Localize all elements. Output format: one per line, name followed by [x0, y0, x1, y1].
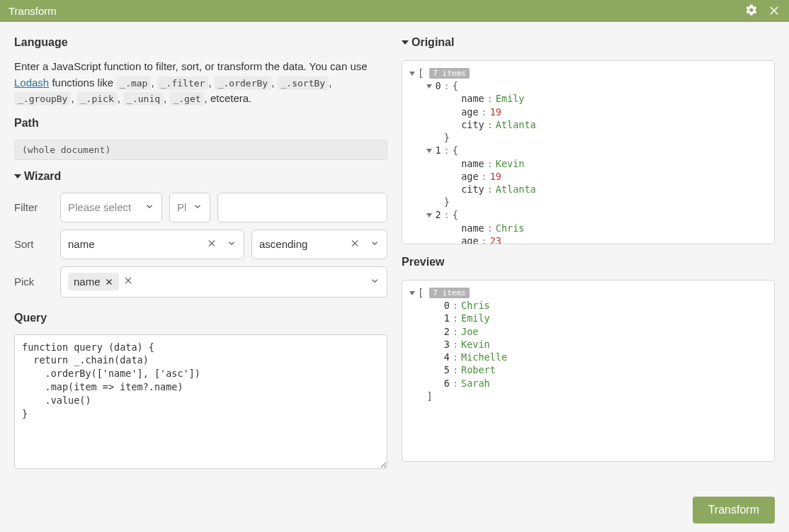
titlebar: Transform: [0, 0, 789, 22]
remove-tag-icon[interactable]: [105, 278, 113, 286]
lodash-fn: _.sortBy: [278, 77, 329, 90]
wizard-toggle[interactable]: Wizard: [14, 170, 387, 183]
wizard-sort-row: Sort name ascending: [14, 230, 387, 259]
path-heading: Path: [14, 117, 387, 130]
transform-button[interactable]: Transform: [693, 497, 775, 523]
sort-direction-select[interactable]: ascending: [251, 230, 387, 259]
chevron-down-icon: [370, 238, 380, 250]
filter-field-select[interactable]: Please select: [60, 193, 162, 222]
lodash-fn: _.pick: [77, 92, 118, 106]
settings-icon[interactable]: [745, 4, 758, 18]
sort-label: Sort: [14, 238, 53, 250]
preview-heading: Preview: [402, 256, 775, 268]
pick-select[interactable]: name: [60, 266, 387, 298]
pick-tag[interactable]: name: [68, 273, 119, 290]
sort-field-select[interactable]: name: [60, 230, 244, 259]
lodash-fn: _.get: [169, 92, 204, 106]
pick-label: Pick: [14, 276, 53, 288]
wizard-pick-row: Pick name: [14, 266, 387, 298]
lodash-link[interactable]: Lodash: [14, 77, 49, 89]
lodash-fn: _.groupBy: [14, 92, 71, 106]
clear-icon[interactable]: [350, 238, 360, 250]
original-toggle[interactable]: Original: [402, 36, 775, 49]
lodash-fn: _.orderBy: [215, 77, 271, 90]
wizard-filter-row: Filter Please select Pl: [14, 193, 387, 222]
close-icon[interactable]: [768, 4, 781, 18]
query-heading: Query: [14, 312, 387, 324]
filter-op-select[interactable]: Pl: [169, 193, 210, 222]
clear-icon[interactable]: [207, 238, 217, 250]
path-input[interactable]: [14, 140, 387, 160]
titlebar-title: Transform: [8, 5, 745, 17]
caret-down-icon: [402, 40, 409, 45]
chevron-down-icon: [227, 238, 237, 250]
language-heading: Language: [14, 36, 387, 49]
chevron-down-icon: [370, 276, 380, 288]
lodash-fn: _.filter: [157, 77, 209, 90]
footer: Transform: [0, 488, 789, 532]
filter-value-input[interactable]: [217, 193, 387, 222]
language-description: Enter a JavaScript function to filter, s…: [14, 59, 387, 107]
filter-label: Filter: [14, 201, 53, 213]
lodash-fn: _.uniq: [123, 92, 164, 106]
chevron-down-icon: [193, 201, 203, 213]
chevron-down-icon: [144, 201, 154, 213]
clear-icon[interactable]: [123, 276, 133, 288]
original-json-panel[interactable]: [ 7 items 0:{ name:Emily age:19 city:Atl…: [402, 60, 775, 244]
query-textarea[interactable]: [14, 334, 387, 469]
preview-json-panel[interactable]: [ 7 items 0:Chris 1:Emily 2:Joe 3:Kevin …: [402, 280, 775, 462]
lodash-fn: _.map: [116, 77, 151, 90]
caret-down-icon: [14, 174, 21, 179]
